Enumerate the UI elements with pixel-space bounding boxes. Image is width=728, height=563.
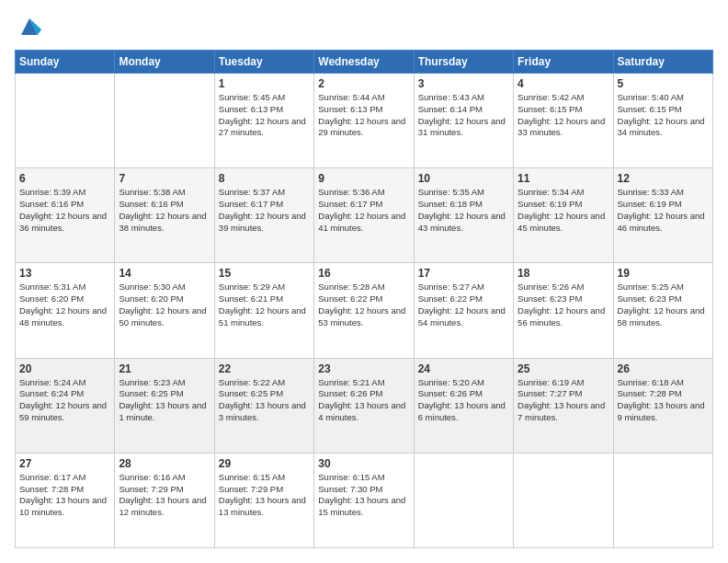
- calendar-cell: 7Sunrise: 5:38 AMSunset: 6:16 PMDaylight…: [115, 168, 214, 263]
- day-info: Sunrise: 5:39 AMSunset: 6:16 PMDaylight:…: [19, 187, 110, 234]
- calendar-cell: 30Sunrise: 6:15 AMSunset: 7:30 PMDayligh…: [314, 453, 414, 547]
- day-info: Sunrise: 5:37 AMSunset: 6:17 PMDaylight:…: [219, 187, 310, 234]
- day-info: Sunrise: 6:15 AMSunset: 7:29 PMDaylight:…: [219, 472, 310, 519]
- page: SundayMondayTuesdayWednesdayThursdayFrid…: [0, 0, 728, 563]
- calendar-cell: 28Sunrise: 6:16 AMSunset: 7:29 PMDayligh…: [115, 453, 214, 547]
- calendar-cell: 16Sunrise: 5:28 AMSunset: 6:22 PMDayligh…: [314, 263, 414, 358]
- day-number: 23: [318, 362, 409, 375]
- day-info: Sunrise: 6:16 AMSunset: 7:29 PMDaylight:…: [119, 472, 210, 519]
- day-info: Sunrise: 5:45 AMSunset: 6:13 PMDaylight:…: [219, 92, 310, 139]
- calendar-cell: 6Sunrise: 5:39 AMSunset: 6:16 PMDaylight…: [16, 168, 115, 263]
- day-info: Sunrise: 5:43 AMSunset: 6:14 PMDaylight:…: [418, 92, 509, 139]
- weekday-header-row: SundayMondayTuesdayWednesdayThursdayFrid…: [16, 51, 713, 74]
- calendar-week-row: 27Sunrise: 6:17 AMSunset: 7:28 PMDayligh…: [16, 453, 713, 547]
- day-number: 5: [618, 77, 709, 90]
- day-number: 8: [219, 172, 310, 185]
- day-info: Sunrise: 5:20 AMSunset: 6:26 PMDaylight:…: [418, 377, 509, 424]
- day-number: 15: [219, 267, 310, 280]
- day-number: 11: [518, 172, 609, 185]
- calendar-cell: 11Sunrise: 5:34 AMSunset: 6:19 PMDayligh…: [514, 168, 613, 263]
- day-info: Sunrise: 5:44 AMSunset: 6:13 PMDaylight:…: [318, 92, 409, 139]
- calendar-table: SundayMondayTuesdayWednesdayThursdayFrid…: [15, 50, 713, 548]
- day-info: Sunrise: 5:27 AMSunset: 6:22 PMDaylight:…: [418, 282, 509, 328]
- calendar-cell: 13Sunrise: 5:31 AMSunset: 6:20 PMDayligh…: [16, 263, 115, 358]
- calendar-cell: [514, 453, 613, 547]
- day-number: 2: [318, 77, 409, 90]
- calendar-cell: 29Sunrise: 6:15 AMSunset: 7:29 PMDayligh…: [214, 453, 313, 547]
- day-number: 1: [219, 77, 310, 90]
- calendar-cell: 15Sunrise: 5:29 AMSunset: 6:21 PMDayligh…: [214, 263, 313, 358]
- day-number: 24: [418, 362, 509, 375]
- day-info: Sunrise: 5:23 AMSunset: 6:25 PMDaylight:…: [119, 377, 210, 424]
- day-number: 29: [219, 457, 310, 470]
- calendar-week-row: 13Sunrise: 5:31 AMSunset: 6:20 PMDayligh…: [16, 263, 713, 358]
- calendar-cell: 1Sunrise: 5:45 AMSunset: 6:13 PMDaylight…: [214, 74, 313, 168]
- day-number: 9: [318, 172, 409, 185]
- calendar-cell: 4Sunrise: 5:42 AMSunset: 6:15 PMDaylight…: [514, 74, 613, 168]
- calendar-cell: 17Sunrise: 5:27 AMSunset: 6:22 PMDayligh…: [414, 263, 513, 358]
- weekday-header-monday: Monday: [115, 51, 214, 74]
- day-info: Sunrise: 5:30 AMSunset: 6:20 PMDaylight:…: [119, 282, 210, 328]
- day-number: 3: [418, 77, 509, 90]
- day-info: Sunrise: 6:15 AMSunset: 7:30 PMDaylight:…: [318, 472, 409, 519]
- day-info: Sunrise: 5:38 AMSunset: 6:16 PMDaylight:…: [119, 187, 210, 234]
- day-info: Sunrise: 6:18 AMSunset: 7:28 PMDaylight:…: [618, 377, 709, 424]
- calendar-cell: 12Sunrise: 5:33 AMSunset: 6:19 PMDayligh…: [613, 168, 712, 263]
- calendar-cell: 25Sunrise: 6:19 AMSunset: 7:27 PMDayligh…: [514, 358, 613, 453]
- day-number: 21: [119, 362, 210, 375]
- weekday-header-thursday: Thursday: [414, 51, 513, 74]
- day-number: 25: [518, 362, 609, 375]
- day-number: 26: [618, 362, 709, 375]
- day-number: 13: [19, 267, 110, 280]
- weekday-header-saturday: Saturday: [613, 51, 712, 74]
- calendar-cell: 27Sunrise: 6:17 AMSunset: 7:28 PMDayligh…: [16, 453, 115, 547]
- day-info: Sunrise: 5:35 AMSunset: 6:18 PMDaylight:…: [418, 187, 509, 234]
- calendar-cell: 10Sunrise: 5:35 AMSunset: 6:18 PMDayligh…: [414, 168, 513, 263]
- day-number: 28: [119, 457, 210, 470]
- day-info: Sunrise: 5:40 AMSunset: 6:15 PMDaylight:…: [618, 92, 709, 139]
- calendar-cell: 9Sunrise: 5:36 AMSunset: 6:17 PMDaylight…: [314, 168, 414, 263]
- day-info: Sunrise: 5:36 AMSunset: 6:17 PMDaylight:…: [318, 187, 409, 234]
- calendar-week-row: 1Sunrise: 5:45 AMSunset: 6:13 PMDaylight…: [16, 74, 713, 168]
- calendar-cell: 22Sunrise: 5:22 AMSunset: 6:25 PMDayligh…: [214, 358, 313, 453]
- logo: [15, 15, 41, 40]
- day-number: 4: [518, 77, 609, 90]
- day-info: Sunrise: 5:28 AMSunset: 6:22 PMDaylight:…: [318, 282, 409, 328]
- day-info: Sunrise: 6:19 AMSunset: 7:27 PMDaylight:…: [518, 377, 609, 424]
- day-info: Sunrise: 5:22 AMSunset: 6:25 PMDaylight:…: [219, 377, 310, 424]
- day-info: Sunrise: 5:34 AMSunset: 6:19 PMDaylight:…: [518, 187, 609, 234]
- day-number: 6: [19, 172, 110, 185]
- day-info: Sunrise: 5:24 AMSunset: 6:24 PMDaylight:…: [19, 377, 110, 424]
- day-info: Sunrise: 5:21 AMSunset: 6:26 PMDaylight:…: [318, 377, 409, 424]
- calendar-cell: [115, 74, 214, 168]
- calendar-week-row: 6Sunrise: 5:39 AMSunset: 6:16 PMDaylight…: [16, 168, 713, 263]
- calendar-cell: 19Sunrise: 5:25 AMSunset: 6:23 PMDayligh…: [613, 263, 712, 358]
- day-number: 7: [119, 172, 210, 185]
- day-number: 17: [418, 267, 509, 280]
- calendar-cell: 20Sunrise: 5:24 AMSunset: 6:24 PMDayligh…: [16, 358, 115, 453]
- calendar-cell: 24Sunrise: 5:20 AMSunset: 6:26 PMDayligh…: [414, 358, 513, 453]
- calendar-cell: 8Sunrise: 5:37 AMSunset: 6:17 PMDaylight…: [214, 168, 313, 263]
- day-number: 10: [418, 172, 509, 185]
- day-number: 19: [618, 267, 709, 280]
- calendar-cell: 5Sunrise: 5:40 AMSunset: 6:15 PMDaylight…: [613, 74, 712, 168]
- weekday-header-friday: Friday: [514, 51, 613, 74]
- day-number: 22: [219, 362, 310, 375]
- day-number: 27: [19, 457, 110, 470]
- calendar-cell: [16, 74, 115, 168]
- day-number: 14: [119, 267, 210, 280]
- calendar-cell: 18Sunrise: 5:26 AMSunset: 6:23 PMDayligh…: [514, 263, 613, 358]
- weekday-header-tuesday: Tuesday: [214, 51, 313, 74]
- logo-icon: [17, 15, 41, 39]
- day-number: 12: [618, 172, 709, 185]
- calendar-week-row: 20Sunrise: 5:24 AMSunset: 6:24 PMDayligh…: [16, 358, 713, 453]
- header: [15, 15, 713, 40]
- calendar-cell: [613, 453, 712, 547]
- calendar-cell: [414, 453, 513, 547]
- calendar-cell: 2Sunrise: 5:44 AMSunset: 6:13 PMDaylight…: [314, 74, 414, 168]
- day-info: Sunrise: 5:25 AMSunset: 6:23 PMDaylight:…: [618, 282, 709, 328]
- day-number: 16: [318, 267, 409, 280]
- day-info: Sunrise: 6:17 AMSunset: 7:28 PMDaylight:…: [19, 472, 110, 519]
- calendar-cell: 21Sunrise: 5:23 AMSunset: 6:25 PMDayligh…: [115, 358, 214, 453]
- day-info: Sunrise: 5:33 AMSunset: 6:19 PMDaylight:…: [618, 187, 709, 234]
